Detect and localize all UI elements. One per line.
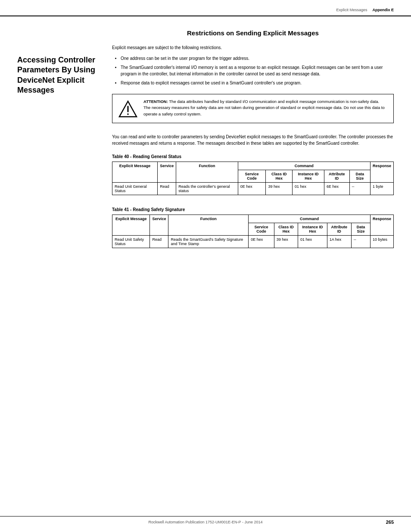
table41-r1-explicit: Read Unit Safety Status [112,236,150,248]
bullet-1: One address can be set in the user progr… [121,55,394,62]
table40-col-service-code: Service Code [238,170,266,183]
table41-col-function: Function [168,215,249,236]
table41: Explicit Message Service Function Comman… [112,215,394,248]
table40-col-explicit: Explicit Message [112,162,158,183]
table41-r1-data-size: -- [351,236,370,248]
svg-point-2 [127,113,129,115]
header-appendix: Appendix E [372,8,394,12]
main-content: Accessing Controller Parameters By Using… [0,16,411,260]
attention-label: ATTENTION: [143,99,168,104]
attention-body: The data attributes handled by standard … [143,99,385,116]
table40-r1-instance-id: 01 hex [293,183,324,195]
table41-row-1: Read Unit Safety Status Read Reads the S… [112,236,394,248]
page-footer: Rockwell Automation Publication 1752-UM0… [0,516,411,524]
attention-text: ATTENTION: The data attributes handled b… [143,99,387,117]
page-header: Explicit Messages Appendix E [0,0,411,16]
table40-r1-service: Read [158,183,176,195]
table41-col-service-code: Service Code [249,223,274,236]
table40-r1-service-code: 0E hex [238,183,266,195]
table41-header-row1: Explicit Message Service Function Comman… [112,215,394,223]
table41-col-class-id: Class ID Hex [274,223,298,236]
table40-r1-response: 1 byte [370,183,393,195]
table40-col-data-size: Data Size [349,170,370,183]
table41-r1-attribute-id: 1A hex [327,236,351,248]
page: Explicit Messages Appendix E Accessing C… [0,0,411,532]
table41-col-attribute-id: Attribute ID [327,223,351,236]
right-column: Restrictions on Sending Explicit Message… [108,16,394,260]
header-left-text: Explicit Messages [336,8,367,12]
bullet-2: The SmartGuard controller's internal I/O… [121,64,394,77]
table41-col-instance-id: Instance ID Hex [298,223,327,236]
bullet-3: Response data to explicit messages canno… [121,80,394,86]
table40-col-attribute-id: Attribute ID [324,170,350,183]
table40-col-response: Response [370,162,393,183]
table40-label: Table 40 - Reading General Status [112,154,394,159]
restrictions-intro: Explicit messages are subject to the fol… [112,44,394,51]
table41-r1-function: Reads the SmartGuard's Safety Signature … [168,236,249,248]
table40-r1-attribute-id: 6E hex [324,183,350,195]
attention-box: ATTENTION: The data attributes handled b… [112,94,394,123]
table41-r1-service: Read [150,236,168,248]
restrictions-bullets: One address can be set in the user progr… [121,55,394,86]
table40-r1-data-size: -- [349,183,370,195]
table41-label: Table 41 - Reading Safety Signature [112,207,394,212]
table41-r1-response: 10 bytes [370,236,393,248]
table41-col-service: Service [150,215,168,236]
table40-col-command: Command [238,162,370,170]
table40-col-class-id: Class ID Hex [266,170,293,183]
footer-text: Rockwell Automation Publication 1752-UM0… [17,520,394,524]
table41-col-data-size: Data Size [351,223,370,236]
table40-r1-class-id: 39 hex [266,183,293,195]
table40-header-row1: Explicit Message Service Function Comman… [112,162,394,170]
left-column: Accessing Controller Parameters By Using… [17,16,108,260]
table40-r1-explicit: Read Unit General Status [112,183,158,195]
table41-col-command: Command [249,215,371,223]
footer-page-number: 265 [386,520,394,525]
table41-r1-instance-id: 01 hex [298,236,327,248]
table40-col-instance-id: Instance ID Hex [293,170,324,183]
table40-col-service: Service [158,162,176,183]
table41-col-response: Response [370,215,393,236]
table40: Explicit Message Service Function Comman… [112,162,394,195]
warning-icon [118,100,137,118]
accessing-body: You can read and write to controller par… [112,134,394,146]
table41-col-explicit: Explicit Message [112,215,150,236]
table40-r1-function: Reads the controller's general status [176,183,238,195]
table41-r1-class-id: 39 hex [274,236,298,248]
accessing-heading: Accessing Controller Parameters By Using… [17,55,99,96]
table40-col-function: Function [176,162,238,183]
restrictions-title: Restrictions on Sending Explicit Message… [112,29,394,37]
table41-r1-service-code: 0E hex [249,236,274,248]
table40-row-1: Read Unit General Status Read Reads the … [112,183,394,195]
